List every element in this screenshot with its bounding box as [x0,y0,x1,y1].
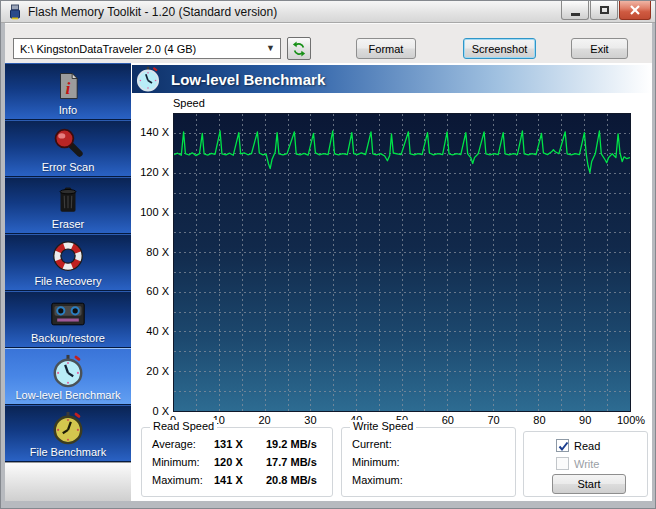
row-rate-value: 17.7 MB/s [266,456,317,468]
read-speed-legend: Read Speed [150,420,217,432]
y-tick-label: 20 X [131,365,169,377]
write-maximum-row: Maximum: [352,474,466,486]
device-selector-value: K:\ KingstonDataTraveler 2.0 (4 GB) [20,43,196,55]
format-button[interactable]: Format [356,38,416,59]
sidebar-item-label: File Benchmark [30,446,106,458]
sidebar: i Info Error Scan [5,63,131,501]
y-tick-label: 80 X [131,246,169,258]
write-checkbox[interactable]: Write [556,457,599,470]
stopwatch-yellow-icon [50,411,86,445]
x-tick-label: 100% [617,414,645,426]
read-maximum-row: Maximum: 141 X 20.8 MB/s [152,474,317,486]
page-header: Low-level Benchmark [132,65,651,93]
chevron-down-icon: ▼ [266,43,275,53]
close-button[interactable] [619,1,651,20]
checkbox-label: Write [574,458,599,470]
close-icon [630,5,640,15]
read-minimum-row: Minimum: 120 X 17.7 MB/s [152,456,317,468]
titlebar: Flash Memory Toolkit - 1.20 (Standard ve… [1,1,655,23]
write-speed-legend: Write Speed [350,420,416,432]
row-label: Maximum: [352,474,414,486]
y-tick-label: 40 X [131,325,169,337]
row-label: Maximum: [152,474,214,486]
screenshot-button[interactable]: Screenshot [463,38,536,59]
check-icon [557,440,570,453]
app-window: Flash Memory Toolkit - 1.20 (Standard ve… [0,0,656,509]
x-tick-label: 20 [258,414,270,426]
sidebar-item-file-benchmark[interactable]: File Benchmark [5,405,131,462]
trash-icon [50,183,86,217]
info-icon: i [50,69,86,103]
maximize-button[interactable] [590,1,618,20]
row-x-value [414,438,466,450]
x-tick-label: 60 [442,414,454,426]
checkbox-box [556,457,569,470]
chart-plot [174,114,630,411]
sidebar-item-file-recovery[interactable]: File Recovery [5,234,131,291]
sidebar-item-backup-restore[interactable]: Backup/restore [5,291,131,348]
sidebar-filler [5,462,131,501]
flash-drive-icon [7,4,23,20]
row-label: Minimum: [352,456,414,468]
window-title: Flash Memory Toolkit - 1.20 (Standard ve… [28,5,277,19]
magnifier-icon [50,126,86,160]
y-tick-label: 140 X [131,126,169,138]
options-groupbox: Read Write Start [523,431,648,497]
row-rate-value: 20.8 MB/s [266,474,317,486]
toolbar: K:\ KingstonDataTraveler 2.0 (4 GB) ▼ Fo… [5,23,652,63]
checkbox-box [556,439,569,452]
main-panel: Low-level Benchmark Speed 0 X20 X40 X60 … [131,63,652,501]
sidebar-item-label: Error Scan [42,161,95,173]
row-label: Minimum: [152,456,214,468]
row-label: Current: [352,438,414,450]
y-tick-label: 60 X [131,285,169,297]
page-title: Low-level Benchmark [171,71,325,88]
start-button[interactable]: Start [552,474,626,494]
lifering-icon [50,240,86,274]
sidebar-item-label: File Recovery [34,275,101,287]
x-tick-label: 70 [487,414,499,426]
read-speed-groupbox: Read Speed Average: 131 X 19.2 MB/s Mini… [141,427,333,497]
chart-title: Speed [173,97,205,109]
row-x-value: 131 X [214,438,266,450]
y-tick-label: 0 X [131,405,169,417]
write-speed-groupbox: Write Speed Current: Minimum: Maximum: [341,427,516,497]
sidebar-item-eraser[interactable]: Eraser [5,177,131,234]
exit-button[interactable]: Exit [571,38,628,59]
write-current-row: Current: [352,438,466,450]
cassette-icon [50,297,86,331]
sidebar-item-label: Low-level Benchmark [15,389,120,401]
sidebar-item-label: Backup/restore [31,332,105,344]
benchmark-chart [173,113,631,412]
stopwatch-cyan-icon [50,354,86,388]
maximize-icon [600,6,609,14]
y-tick-label: 120 X [131,166,169,178]
sidebar-item-label: Eraser [52,218,84,230]
minimize-button[interactable] [561,1,589,20]
row-label: Average: [152,438,214,450]
stopwatch-cyan-icon [135,66,161,92]
refresh-icon [291,41,307,57]
sidebar-item-info[interactable]: i Info [5,63,131,120]
read-checkbox[interactable]: Read [556,439,600,452]
client-area: K:\ KingstonDataTraveler 2.0 (4 GB) ▼ Fo… [5,23,652,501]
x-tick-label: 80 [533,414,545,426]
write-minimum-row: Minimum: [352,456,466,468]
sidebar-item-low-level-benchmark[interactable]: Low-level Benchmark [5,348,131,405]
row-x-value: 141 X [214,474,266,486]
read-average-row: Average: 131 X 19.2 MB/s [152,438,317,450]
row-x-value [414,456,466,468]
row-rate-value: 19.2 MB/s [266,438,317,450]
row-x-value [414,474,466,486]
sidebar-item-label: Info [59,104,77,116]
svg-text:i: i [66,78,71,98]
x-tick-label: 30 [304,414,316,426]
row-x-value: 120 X [214,456,266,468]
checkbox-label: Read [574,440,600,452]
x-tick-label: 90 [579,414,591,426]
minimize-icon [571,13,580,16]
device-selector[interactable]: K:\ KingstonDataTraveler 2.0 (4 GB) ▼ [13,38,281,59]
y-tick-label: 100 X [131,206,169,218]
refresh-button[interactable] [287,37,311,60]
sidebar-item-error-scan[interactable]: Error Scan [5,120,131,177]
